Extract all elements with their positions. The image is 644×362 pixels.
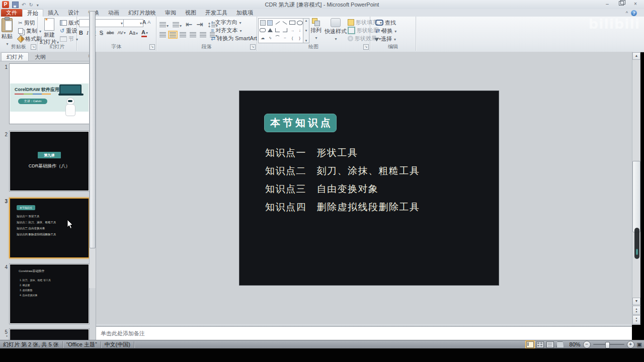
tab-slides-thumbnails[interactable]: 幻灯片 [1, 52, 29, 61]
arrange-button[interactable]: 排列 [310, 18, 321, 41]
shape-cell[interactable] [267, 19, 274, 26]
paragraph-dialog-launcher[interactable] [250, 44, 256, 50]
scroll-down-icon[interactable]: ▼ [632, 298, 640, 305]
strikethrough-button[interactable]: abc [107, 30, 114, 35]
bullets-button[interactable] [159, 20, 169, 29]
tab-developer[interactable]: 开发工具 [201, 9, 232, 17]
shape-cell[interactable]: ϟ [267, 35, 274, 42]
align-center-button[interactable] [170, 32, 176, 37]
slide-sorter-view-button[interactable] [536, 341, 544, 348]
shape-cell[interactable] [274, 19, 281, 26]
tab-view[interactable]: 视图 [181, 9, 201, 17]
slide-thumbnail-2[interactable]: 第九课 CDR基础操作（八） [9, 131, 90, 192]
justify-button[interactable] [190, 32, 196, 37]
font-color-button[interactable]: A [141, 30, 148, 36]
current-slide[interactable]: 本节知识点 知识点一 形状工具 知识点二 刻刀、涂抹、粗糙工具 知识点三 自由变… [239, 91, 499, 285]
minimize-button[interactable]: – [601, 1, 614, 8]
tab-review[interactable]: 审阅 [160, 9, 181, 17]
shape-cell[interactable] [259, 27, 267, 34]
shapes-gallery[interactable]: → ↓ ☁ ϟ ~ { } [258, 18, 304, 43]
tab-file[interactable]: 文件 [1, 9, 22, 17]
restore-button[interactable] [615, 1, 628, 8]
slide-bullet-line[interactable]: 知识点二 刻刀、涂抹、粗糙工具 [265, 161, 420, 179]
shape-cell[interactable] [289, 19, 296, 26]
find-button[interactable]: 查找 [375, 19, 396, 27]
group-drawing: → ↓ ☁ ϟ ~ { } ▲▼▼ 排列 快速样式 形状填充 [257, 17, 370, 51]
previous-slide-button[interactable]: ▲▲ [632, 306, 640, 315]
align-text-button[interactable]: 对齐文本 [211, 26, 261, 34]
tab-home[interactable]: 开始 [22, 9, 43, 17]
shape-cell[interactable]: → [289, 27, 296, 34]
theme-name[interactable]: “Office 主题” [66, 341, 97, 348]
align-left-button[interactable] [159, 32, 166, 37]
shape-cell[interactable]: ~ [281, 35, 289, 42]
shape-cell[interactable] [281, 27, 289, 34]
slide-bullet-line[interactable]: 知识点一 形状工具 [265, 143, 358, 161]
tab-animations[interactable]: 动画 [104, 9, 124, 17]
shape-cell[interactable] [259, 19, 267, 26]
select-button[interactable]: 选择 [375, 35, 396, 43]
shape-cell[interactable] [274, 27, 281, 34]
character-spacing-button[interactable]: AV [117, 30, 125, 35]
shape-cell[interactable] [296, 19, 303, 26]
clipboard-dialog-launcher[interactable] [31, 44, 36, 50]
zoom-slider[interactable] [593, 344, 624, 345]
replace-button[interactable]: 替换 [375, 27, 396, 35]
italic-button[interactable]: I [87, 30, 89, 36]
slideshow-view-button[interactable] [556, 341, 564, 348]
slide-thumbnail-4[interactable]: Coreldraw基础操作 1. 刻刀、涂抹、粗糙 等工具 2. 橡皮擦 3. … [9, 263, 90, 324]
slide-bullet-line[interactable]: 知识点四 删除虚拟线段删除工具 [265, 198, 420, 216]
shape-cell[interactable]: { [289, 35, 296, 42]
shape-cell[interactable] [267, 27, 274, 34]
drawing-dialog-launcher[interactable] [363, 44, 369, 50]
tab-insert[interactable]: 插入 [43, 9, 63, 17]
scroll-up-icon[interactable]: ▲ [632, 52, 640, 60]
shape-cell[interactable] [281, 19, 289, 26]
fit-to-window-button[interactable]: ▣ [637, 341, 642, 348]
shrink-font-icon[interactable]: A [147, 20, 150, 25]
slide-bullet-line[interactable]: 知识点三 自由变换对象 [265, 179, 379, 198]
convert-smartart-button[interactable]: 转换为 SmartArt [211, 34, 261, 42]
tab-outline[interactable]: 大纲 [30, 53, 51, 61]
panel-scrollbar-thumb[interactable] [90, 11, 96, 248]
bold-button[interactable]: B [79, 30, 83, 36]
font-dialog-launcher[interactable] [149, 44, 155, 50]
slide-thumbnail-3-selected[interactable]: 本节知识点 知识点一 形状工具 知识点二 刻刀、涂抹、粗糙工具 知识点三 自由变… [9, 198, 90, 258]
normal-view-button[interactable] [526, 341, 534, 348]
shape-cell[interactable] [274, 35, 281, 42]
slide-title-badge[interactable]: 本节知识点 [264, 114, 337, 132]
scrollbar-thumb[interactable] [632, 161, 640, 232]
text-shadow-button[interactable]: S [100, 30, 103, 36]
help-icon[interactable]: ? [631, 10, 637, 16]
tab-design[interactable]: 设计 [63, 9, 84, 17]
decrease-indent-icon[interactable] [186, 20, 192, 29]
collapse-ribbon-icon[interactable]: ^ [626, 11, 628, 16]
next-slide-button[interactable]: ▼▼ [632, 315, 640, 324]
change-case-button[interactable]: Aa [129, 30, 138, 36]
notes-pane[interactable]: 单击此处添加备注 [96, 326, 632, 340]
language-indicator[interactable]: 中文(中国) [105, 341, 130, 348]
zoom-out-button[interactable]: − [583, 341, 591, 348]
font-name-combo[interactable] [79, 19, 124, 27]
tab-addins[interactable]: 加载项 [232, 9, 258, 17]
align-right-button[interactable] [180, 32, 186, 37]
numbering-button[interactable] [173, 20, 182, 29]
shape-cell[interactable]: ☁ [259, 35, 267, 42]
shape-cell[interactable]: ↓ [296, 27, 303, 34]
zoom-in-button[interactable]: + [627, 341, 634, 348]
reading-view-button[interactable] [546, 341, 554, 348]
zoom-level[interactable]: 80% [570, 341, 581, 347]
tab-slideshow[interactable]: 幻灯片放映 [124, 9, 160, 17]
grow-font-icon[interactable]: A [142, 19, 146, 25]
text-direction-button[interactable]: 文字方向 [211, 18, 261, 26]
font-size-combo[interactable] [123, 19, 143, 27]
shapes-gallery-scroll[interactable]: ▲▼▼ [303, 18, 309, 43]
new-slide-button[interactable]: 新建 幻灯片 [40, 18, 59, 46]
shape-cell[interactable]: } [296, 35, 303, 42]
slide-thumbnail-1[interactable]: CorelDRAW 软件应用 主讲：Calvin [9, 63, 90, 124]
close-button[interactable]: × [629, 1, 642, 8]
zoom-slider-thumb[interactable] [605, 342, 610, 348]
quick-styles-button[interactable]: 快速样式 [325, 18, 347, 42]
distribute-button[interactable] [200, 32, 206, 37]
increase-indent-icon[interactable] [196, 20, 203, 29]
